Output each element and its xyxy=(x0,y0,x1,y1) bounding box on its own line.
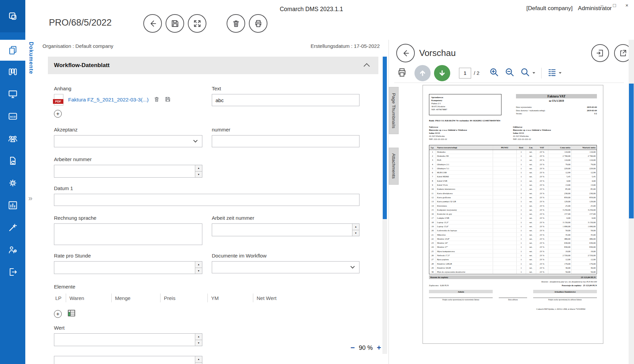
page-layout-button[interactable] xyxy=(547,67,557,79)
fullscreen-button[interactable] xyxy=(188,14,206,33)
add-element-button[interactable]: + xyxy=(54,310,62,318)
sidebar-item-contacts[interactable] xyxy=(0,127,25,150)
sidebar-item-user-management[interactable] xyxy=(0,239,25,261)
elemente-col-lp: LP xyxy=(54,294,66,302)
elemente-label: Elemente xyxy=(54,284,305,290)
minimize-button[interactable]: – xyxy=(598,1,606,9)
arbeit-zeit-nummer-stepper[interactable]: ▲▼ xyxy=(212,223,359,236)
close-button[interactable]: × xyxy=(623,1,631,9)
preview-panel: Vorschau / 2 xyxy=(388,40,634,364)
print-button[interactable] xyxy=(249,14,267,33)
wert-stepper[interactable]: ▲▼ xyxy=(54,333,202,346)
text-input[interactable] xyxy=(212,94,359,106)
clipped-stepper[interactable]: ▲▼ xyxy=(54,356,202,364)
elemente-table-icon[interactable] xyxy=(67,309,76,319)
arbeiter-nummer-input[interactable] xyxy=(54,165,195,177)
sidebar-expander[interactable]: » xyxy=(28,194,32,203)
total-label: Razem do zapłaty xyxy=(430,276,448,279)
sidebar-item-documents[interactable] xyxy=(0,40,25,61)
clipped-input[interactable] xyxy=(54,356,195,364)
sidebar-item-quick-actions[interactable] xyxy=(0,216,25,239)
invoice-item-row: 20Ładowarka do laptopa1szt.23 %59,0059,0… xyxy=(429,229,597,233)
sidebar-item-reports[interactable] xyxy=(0,194,25,216)
printer-icon xyxy=(396,67,408,78)
next-page-button[interactable] xyxy=(434,65,450,81)
stepper-down-icon[interactable]: ▼ xyxy=(195,268,202,274)
collapse-chevron-icon[interactable] xyxy=(364,63,370,69)
nummer-input[interactable] xyxy=(212,135,359,147)
sidebar-item-modules[interactable] xyxy=(0,61,25,83)
attachment-link[interactable]: Faktura FZ_5_2021_2022-03-3(...) xyxy=(68,97,149,103)
previous-page-button[interactable] xyxy=(414,65,431,81)
stepper-up-icon[interactable]: ▲ xyxy=(195,262,202,268)
delete-button[interactable] xyxy=(227,14,245,33)
receiver-caption: Podpis osoby uprawnionej do odbioru fakt… xyxy=(533,298,597,301)
preview-print-button[interactable] xyxy=(396,67,408,80)
arbeiter-nummer-stepper[interactable]: ▲▼ xyxy=(54,165,202,178)
layout-dropdown-caret-icon[interactable] xyxy=(559,72,561,74)
sidebar-item-logout[interactable] xyxy=(0,261,25,283)
sidebar-item-workflow-sync[interactable] xyxy=(0,150,25,172)
rate-pro-stunde-stepper[interactable]: ▲▼ xyxy=(54,261,202,274)
stepper-down-icon[interactable]: ▼ xyxy=(195,172,202,178)
add-attachment-button[interactable]: + xyxy=(54,110,62,118)
attachment-save-icon[interactable] xyxy=(165,96,171,104)
form-zoom-control: − 90 % + xyxy=(350,343,381,352)
datum1-label: Datum 1 xyxy=(54,185,359,191)
rate-pro-stunde-input[interactable] xyxy=(54,262,195,274)
wert-input[interactable] xyxy=(54,334,195,346)
form-scrollbar-thumb[interactable] xyxy=(383,57,387,219)
documente-im-workflow-select[interactable] xyxy=(212,261,359,273)
back-arrow-icon xyxy=(401,49,410,58)
stepper-down-icon[interactable]: ▼ xyxy=(352,230,359,236)
maximize-button[interactable]: □ xyxy=(611,1,618,9)
rechnung-sprache-textarea[interactable] xyxy=(54,223,202,245)
preview-zoom-out-button[interactable] xyxy=(505,67,515,79)
text-label: Text xyxy=(212,86,359,91)
invoice-item-row: 16Kontroler do gry1szt.23 %157,00157,00 xyxy=(429,212,597,216)
preview-zoom-in-button[interactable] xyxy=(489,67,500,79)
anhang-label: Anhang xyxy=(54,86,202,91)
stepper-down-icon[interactable]: ▼ xyxy=(195,363,202,364)
preview-scrollbar-thumb[interactable] xyxy=(629,84,634,218)
akzeptanz-select[interactable] xyxy=(54,135,202,147)
buyer-label: Nabywca: xyxy=(429,125,513,128)
invoice-title: Faktura VAT xyxy=(516,94,597,98)
tab-attachments[interactable]: Attachments xyxy=(389,148,399,185)
preview-back-button[interactable] xyxy=(396,44,415,62)
preview-export-button[interactable] xyxy=(591,44,609,62)
creation-date-label: Erstellungsdatum : 17-05-2022 xyxy=(311,43,380,49)
invoice-bank-line: Bank: PKO I O./KRAKÓW Nr rachunku: 84-10… xyxy=(429,119,597,122)
wand-icon xyxy=(8,222,18,233)
stepper-buttons: ▲▼ xyxy=(195,334,202,346)
stepper-up-icon[interactable]: ▲ xyxy=(195,334,202,340)
page-number-input[interactable] xyxy=(459,68,471,79)
sidebar-item-workstation[interactable] xyxy=(0,83,25,105)
stepper-up-icon[interactable]: ▲ xyxy=(352,224,359,230)
date-caption: Data odbioru xyxy=(499,298,527,301)
attachment-delete-icon[interactable] xyxy=(153,96,160,104)
company-name[interactable]: [Default company] xyxy=(526,5,573,11)
nummer-label: nummer xyxy=(212,127,359,132)
stepper-up-icon[interactable]: ▲ xyxy=(195,356,202,363)
active-module-label: Dokumente xyxy=(28,42,34,74)
sidebar-item-settings[interactable] xyxy=(0,172,25,194)
stepper-down-icon[interactable]: ▼ xyxy=(195,340,202,346)
zoom-out-button[interactable]: − xyxy=(350,343,355,352)
zoom-dropdown-caret-icon[interactable] xyxy=(532,72,535,74)
save-button[interactable] xyxy=(166,14,184,33)
zoom-in-button[interactable]: + xyxy=(377,343,381,352)
preview-zoom-select-button[interactable] xyxy=(520,67,531,79)
stepper-up-icon[interactable]: ▲ xyxy=(195,165,202,172)
invoice-item-row: 7Kabel HDMI1szt.23 %5,455,45 xyxy=(429,175,597,179)
tab-page-thumbnails[interactable]: Page Thumbnails xyxy=(389,87,399,134)
back-button[interactable] xyxy=(143,14,162,33)
sidebar-item-acd[interactable]: ACD xyxy=(0,105,25,127)
datum1-input[interactable] xyxy=(54,194,359,206)
workflow-section-header[interactable]: Workflow-Datenblatt xyxy=(48,57,378,74)
meta-label: Data wystawienia: xyxy=(516,105,532,109)
arbeit-zeit-nummer-input[interactable] xyxy=(212,224,352,236)
form-scrollbar[interactable] xyxy=(382,57,387,354)
issuer-caption: Podpis osoby uprawnionej do wystawienia … xyxy=(429,298,493,301)
preview-scrollbar[interactable] xyxy=(629,40,634,364)
